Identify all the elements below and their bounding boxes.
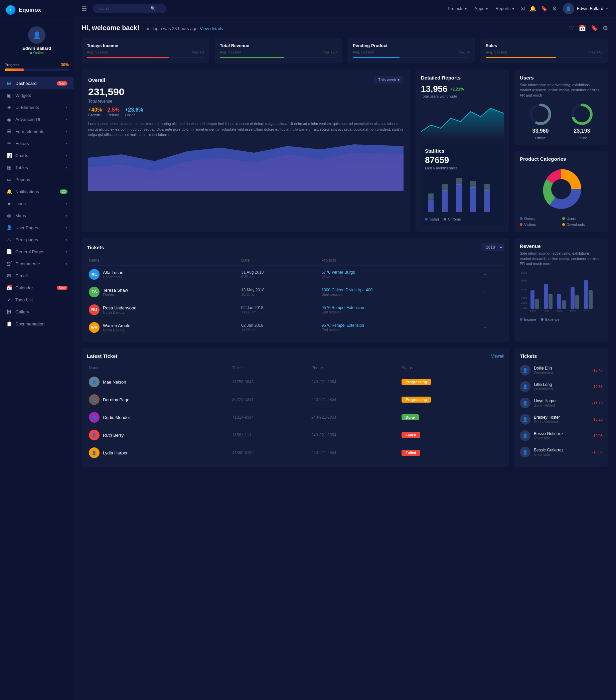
topbar-avatar: 👤 [563, 3, 574, 14]
chevron-down-icon: ▾ [65, 153, 67, 158]
svg-text:5000: 5000 [521, 280, 527, 283]
mail-icon[interactable]: ✉ [520, 5, 525, 12]
ticket-menu[interactable]: ··· [484, 290, 487, 295]
sidebar-item-maps[interactable]: ◎ Maps ▾ [0, 210, 74, 222]
gear-icon[interactable]: ⚙ [552, 5, 557, 12]
legend-income: Income [520, 317, 536, 322]
settings-icon[interactable]: ⚙ [603, 24, 608, 32]
stat-label: Online [125, 113, 143, 117]
sidebar-item-dashboard[interactable]: ⊞ Dashboard New [0, 77, 74, 89]
logo-icon: ✦ [6, 5, 15, 15]
ticket-row-info: Bessie Gutierrez Unionside [534, 432, 589, 440]
svg-text:1000: 1000 [521, 307, 527, 309]
svg-rect-10 [470, 187, 476, 212]
search-input[interactable] [98, 6, 148, 11]
latest-ticket-card: Latest Ticket Viewall Name Ticket Phone … [81, 348, 509, 467]
svg-text:2013: 2013 [583, 310, 589, 313]
year-select[interactable]: 2018 2019 2020 [481, 243, 504, 251]
progress-bar-bg [5, 68, 69, 71]
sidebar-item-error-pages[interactable]: ⚠ Error pages ▾ [0, 234, 74, 246]
sidebar-item-todo[interactable]: ✔ Todo List [0, 294, 74, 306]
right-column: Users Sale information on advertising, e… [514, 70, 608, 232]
calendar-icon[interactable]: 📅 [579, 24, 586, 32]
stats-title: Statitics [425, 148, 500, 154]
table-row: TS Teresa Shaw Florida 13 May 2018 10:30… [87, 283, 504, 301]
user-pages-icon: 👤 [6, 225, 12, 230]
apps-label: Apps [474, 6, 485, 11]
stat-card-sales: Sales Avg. Session max 143 [480, 38, 608, 63]
col-phone: Phone [309, 363, 400, 373]
sidebar-item-ui-elements[interactable]: ◈ UI Elements ▾ [0, 101, 74, 113]
sidebar-item-charts[interactable]: 📊 Charts ▾ [0, 149, 74, 161]
bookmark-icon[interactable]: 🔖 [591, 24, 598, 32]
col-ticket: Ticket [230, 363, 309, 373]
pie-legend: Orders Users Visitors Downloads [520, 216, 603, 226]
stat-bar [87, 57, 169, 58]
users-circles: 33,960 Offline 23,193 Online [520, 103, 603, 140]
ticket-row-name: Lloyd Harper [534, 399, 589, 403]
revenue-legend: Income Expence [520, 317, 603, 322]
welcome-text: Hi, welcome back! Last login was 23 hour… [81, 24, 223, 32]
icons-icon: ★ [6, 201, 12, 206]
view-all-link[interactable]: Viewall [491, 354, 504, 359]
ticket-menu[interactable]: ··· [484, 272, 487, 277]
ticket-row-avatar: 👤 [520, 430, 530, 441]
sidebar-item-widgets[interactable]: ▣ Widgets [0, 89, 74, 101]
view-details-link[interactable]: View details [200, 26, 223, 31]
sidebar-item-advanced-ui[interactable]: ◉ Advanced UI ▾ [0, 113, 74, 125]
nav-label: Gallery [15, 309, 29, 314]
sidebar-item-icons[interactable]: ★ Icons ▾ [0, 198, 74, 210]
list-item: 👤 Dorothy Page 36221-5311 243-921-2854 P… [87, 391, 504, 409]
ticket-row-location: South Hilbert [534, 403, 589, 407]
topbar-user[interactable]: 👤 Edwin Ballard ▾ [563, 3, 608, 14]
heart-icon[interactable]: ♡ [568, 24, 574, 32]
sidebar: ✦ Equinox 👤 Edwin Ballard Online Progres… [0, 0, 74, 700]
search-box: 🔍 [93, 4, 166, 13]
svg-rect-38 [584, 280, 588, 309]
sidebar-item-notifications[interactable]: 🔔 Notifications 20 [0, 185, 74, 198]
sidebar-item-popups[interactable]: ▭ Popups [0, 173, 74, 185]
topbar-reports[interactable]: Reports ▾ [495, 6, 514, 11]
ticket-row-avatar: 👤 [520, 365, 530, 376]
sidebar-item-form-elements[interactable]: ☰ Form elements ▾ [0, 125, 74, 137]
pie-dot [520, 217, 523, 220]
bookmark-icon[interactable]: 🔖 [541, 5, 548, 12]
ticket-menu[interactable]: ··· [484, 308, 487, 312]
latest-table: Name Ticket Phone Status 👤 Mae Nelson 11… [87, 363, 504, 462]
sidebar-item-gallery[interactable]: 🖼 Gallery [0, 306, 74, 318]
sidebar-username: Edwin Ballard [22, 46, 51, 51]
sidebar-item-documentation[interactable]: 📋 Documentation [0, 318, 74, 330]
sidebar-item-user-pages[interactable]: 👤 User Pages ▾ [0, 222, 74, 234]
pie-chart [538, 166, 584, 213]
nav-label: Error pages [15, 237, 38, 242]
topbar-projects[interactable]: Projects ▾ [448, 6, 467, 11]
nav-label: Form elements [15, 129, 45, 134]
sidebar-item-calendar[interactable]: 📅 Calendar New [0, 282, 74, 294]
stat-bar-bg [486, 57, 603, 58]
list-item: 👤 Lloyd Harper South Hilbert -11:10 [520, 395, 603, 411]
progress-bar [5, 68, 24, 71]
nav-label: Todo List [15, 297, 33, 302]
charts-icon: 📊 [6, 153, 12, 158]
sidebar-item-e-commerce[interactable]: 🛒 E-commerce ▾ [0, 258, 74, 270]
last-login: Last login was 23 hours ago. [143, 26, 199, 31]
ticket-row-name: Lillie Long [534, 382, 589, 387]
status-dot [30, 52, 32, 54]
list-item: 👤 Bradley Foster Dashawnhaven -13:20 [520, 411, 603, 428]
bell-icon[interactable]: 🔔 [529, 5, 536, 12]
ticket-row-location: Susishaven [534, 387, 589, 391]
this-week-button[interactable]: This week ▾ [374, 76, 404, 84]
ticket-menu[interactable]: ··· [484, 325, 487, 330]
nav-label: Advanced UI [15, 117, 40, 122]
sidebar-item-general-pages[interactable]: 📄 General Pages ▾ [0, 246, 74, 258]
sidebar-item-editors[interactable]: ✏ Editors ▾ [0, 137, 74, 149]
sidebar-item-tables[interactable]: ▦ Tables ▾ [0, 161, 74, 173]
stat-card-income: Todays Income Avg. Session max 40 [81, 38, 209, 63]
topbar-apps[interactable]: Apps ▾ [474, 6, 488, 11]
sidebar-item-email[interactable]: ✉ E-mail [0, 270, 74, 282]
svg-marker-2 [88, 144, 404, 191]
ticket-row-name: Dollie Ellis [534, 366, 589, 371]
legend-users: Users [562, 216, 603, 221]
progress-label: Progress [5, 63, 20, 67]
hamburger-icon[interactable]: ☰ [81, 5, 87, 12]
